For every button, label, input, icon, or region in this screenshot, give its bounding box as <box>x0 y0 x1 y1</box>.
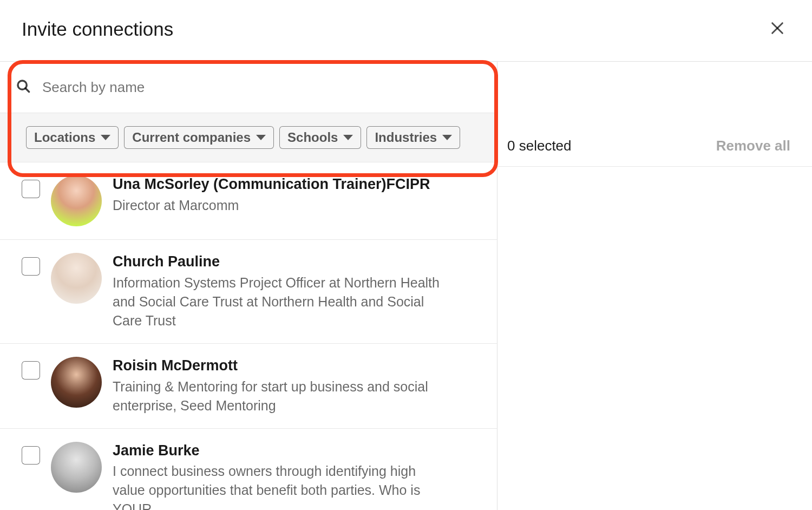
select-checkbox[interactable] <box>22 446 40 465</box>
svg-line-3 <box>25 88 29 92</box>
filter-label: Schools <box>287 130 338 145</box>
filter-current-companies[interactable]: Current companies <box>124 126 274 149</box>
filter-label: Current companies <box>132 130 251 145</box>
checkbox-wrap <box>22 442 40 467</box>
search-input[interactable] <box>42 79 482 96</box>
invite-connections-modal: Invite connections <box>0 0 812 510</box>
avatar <box>51 357 102 408</box>
connection-text: Church Pauline Information Systems Proje… <box>113 253 475 330</box>
close-icon <box>769 19 786 38</box>
remove-all-button[interactable]: Remove all <box>716 138 790 154</box>
modal-body: Locations Current companies Schools Indu… <box>0 62 812 510</box>
select-checkbox[interactable] <box>22 180 40 198</box>
connection-name: Church Pauline <box>113 253 448 271</box>
connection-row[interactable]: Una McSorley (Communication Trainer)FCIP… <box>0 162 497 240</box>
connection-subtitle: I connect business owners through identi… <box>113 462 448 510</box>
connection-subtitle: Director at Marcomm <box>113 196 448 215</box>
connection-text: Una McSorley (Communication Trainer)FCIP… <box>113 175 475 215</box>
connection-list: Una McSorley (Communication Trainer)FCIP… <box>0 162 497 510</box>
connection-name: Una McSorley (Communication Trainer)FCIP… <box>113 175 448 194</box>
select-checkbox[interactable] <box>22 257 40 276</box>
right-panel: 0 selected Remove all <box>497 62 812 510</box>
left-panel: Locations Current companies Schools Indu… <box>0 62 497 510</box>
checkbox-wrap <box>22 175 40 200</box>
connection-name: Jamie Burke <box>113 442 448 460</box>
selected-count: 0 selected <box>507 138 572 154</box>
connection-name: Roisin McDermott <box>113 357 448 375</box>
filter-label: Industries <box>375 130 437 145</box>
connection-subtitle: Information Systems Project Officer at N… <box>113 273 448 330</box>
connection-subtitle: Training & Mentoring for start up busine… <box>113 377 448 415</box>
checkbox-wrap <box>22 253 40 278</box>
chevron-down-icon <box>343 135 353 140</box>
search-row <box>0 62 497 113</box>
chevron-down-icon <box>442 135 452 140</box>
connection-row[interactable]: Roisin McDermott Training & Mentoring fo… <box>0 344 497 429</box>
select-checkbox[interactable] <box>22 361 40 380</box>
connection-row[interactable]: Church Pauline Information Systems Proje… <box>0 240 497 344</box>
filter-schools[interactable]: Schools <box>279 126 361 149</box>
connection-text: Roisin McDermott Training & Mentoring fo… <box>113 357 475 415</box>
modal-header: Invite connections <box>0 0 812 62</box>
search-icon <box>15 78 31 96</box>
checkbox-wrap <box>22 357 40 382</box>
avatar <box>51 442 102 493</box>
avatar <box>51 175 102 226</box>
avatar <box>51 253 102 304</box>
right-panel-header: 0 selected Remove all <box>497 126 812 167</box>
filter-industries[interactable]: Industries <box>366 126 460 149</box>
filters-row: Locations Current companies Schools Indu… <box>0 113 497 162</box>
connection-row[interactable]: Jamie Burke I connect business owners th… <box>0 429 497 511</box>
filter-label: Locations <box>34 130 95 145</box>
chevron-down-icon <box>256 135 266 140</box>
connection-text: Jamie Burke I connect business owners th… <box>113 442 475 511</box>
filter-locations[interactable]: Locations <box>26 126 119 149</box>
modal-title: Invite connections <box>22 18 173 40</box>
chevron-down-icon <box>101 135 110 140</box>
close-button[interactable] <box>764 15 790 43</box>
